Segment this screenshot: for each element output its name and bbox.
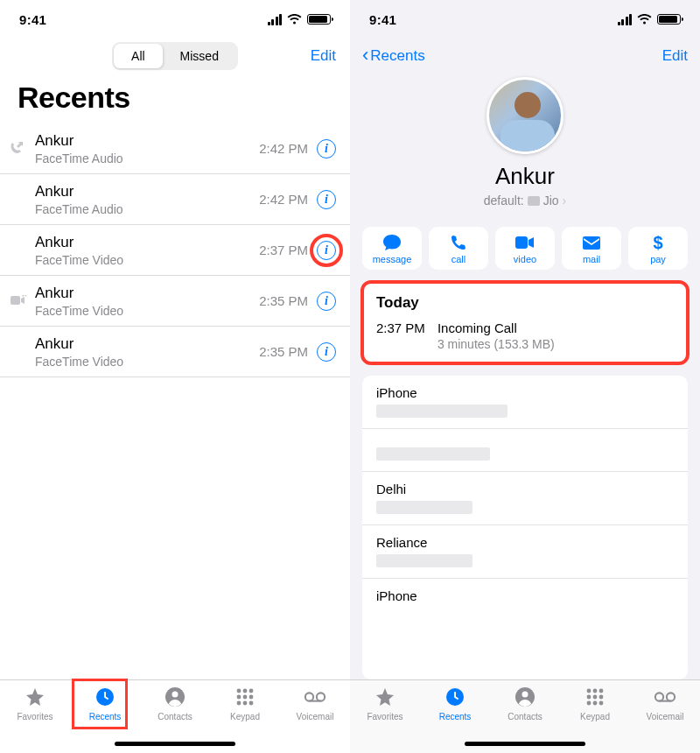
svg-point-29 xyxy=(599,701,604,706)
call-row[interactable]: Ankur FaceTime Video 2:35 PM i xyxy=(0,276,350,327)
message-button[interactable]: message xyxy=(362,227,422,270)
tab-label: Voicemail xyxy=(297,712,334,721)
status-time: 9:41 xyxy=(369,12,396,27)
voicemail-icon xyxy=(304,686,326,708)
call-time: 2:35 PM xyxy=(259,293,308,308)
recents-filter-segment[interactable]: All Missed xyxy=(112,42,238,70)
outgoing-call-icon xyxy=(10,140,24,158)
svg-point-28 xyxy=(593,701,598,706)
keypad-icon xyxy=(234,686,256,708)
cellular-signal-icon xyxy=(268,14,283,25)
back-button[interactable]: ‹ Recents xyxy=(362,46,425,67)
tab-voicemail[interactable]: Voicemail xyxy=(634,686,696,753)
video-button[interactable]: video xyxy=(495,227,555,270)
contact-field[interactable]: iPhone xyxy=(362,376,688,429)
tab-bar: Favorites Recents Contacts Keypad Voicem… xyxy=(0,679,350,753)
battery-icon xyxy=(657,14,681,25)
page-title: Recents xyxy=(0,74,350,123)
info-button[interactable]: i xyxy=(317,190,336,209)
pay-icon: $ xyxy=(653,234,662,251)
tab-voicemail[interactable]: Voicemail xyxy=(284,686,346,753)
mail-icon xyxy=(583,234,600,251)
contact-field[interactable]: iPhone xyxy=(362,579,688,618)
call-type: Incoming Call xyxy=(438,320,555,335)
call-subtitle: FaceTime Video xyxy=(35,304,259,318)
edit-button[interactable]: Edit xyxy=(662,47,688,65)
contact-avatar[interactable] xyxy=(486,77,564,154)
cellular-signal-icon xyxy=(618,14,633,25)
call-time: 2:42 PM xyxy=(259,141,308,156)
voicemail-icon xyxy=(654,686,676,708)
clock-icon xyxy=(444,686,466,708)
call-history-card: Today 2:37 PM Incoming Call 3 minutes (1… xyxy=(362,282,688,363)
call-time: 2:37 PM xyxy=(259,243,308,257)
call-row[interactable]: Ankur FaceTime Video 2:37 PM i xyxy=(0,225,350,276)
tab-label: Favorites xyxy=(17,712,52,721)
tab-favorites[interactable]: Favorites xyxy=(354,686,416,753)
star-icon xyxy=(24,686,46,708)
edit-button[interactable]: Edit xyxy=(311,47,336,65)
call-name: Ankur xyxy=(35,234,259,251)
default-sim-row[interactable]: default: Jio › xyxy=(484,194,567,208)
svg-point-30 xyxy=(655,693,663,700)
tab-bar: Favorites Recents Contacts Keypad Voicem… xyxy=(350,679,700,753)
call-time: 2:42 PM xyxy=(259,192,308,207)
action-buttons-row: message call video mail $ pay xyxy=(350,218,700,282)
info-button[interactable]: i xyxy=(317,342,336,362)
home-indicator[interactable] xyxy=(465,742,585,746)
info-button[interactable]: i xyxy=(317,139,336,158)
segment-all[interactable]: All xyxy=(114,44,163,68)
call-row[interactable]: Ankur FaceTime Video 2:35 PM i xyxy=(0,327,350,377)
back-label: Recents xyxy=(370,47,424,65)
tab-label: Voicemail xyxy=(647,712,684,721)
contact-name: Ankur xyxy=(495,163,555,190)
contact-field[interactable]: Reliance xyxy=(362,525,688,579)
phone-icon xyxy=(451,234,466,251)
screen-contact-card: 9:41 ‹ Recents Edit Ankur default: J xyxy=(350,0,700,753)
svg-point-14 xyxy=(317,693,325,700)
wifi-icon xyxy=(637,14,652,25)
contact-field[interactable]: Delhi xyxy=(362,472,688,525)
pay-button[interactable]: $ pay xyxy=(628,227,688,270)
person-icon xyxy=(164,686,186,708)
call-subtitle: FaceTime Video xyxy=(35,355,259,369)
info-button[interactable]: i xyxy=(317,292,336,311)
status-time: 9:41 xyxy=(19,12,46,27)
redacted-value xyxy=(376,554,472,567)
redacted-value xyxy=(376,501,472,514)
redacted-value xyxy=(376,447,490,461)
svg-point-10 xyxy=(237,701,242,706)
call-row[interactable]: Ankur FaceTime Audio 2:42 PM i xyxy=(0,123,350,174)
svg-point-22 xyxy=(593,689,598,693)
chevron-left-icon: ‹ xyxy=(362,44,368,67)
info-button[interactable]: i xyxy=(317,241,336,260)
call-time: 2:37 PM xyxy=(376,320,425,351)
svg-point-20 xyxy=(522,692,528,698)
svg-point-4 xyxy=(237,689,242,693)
svg-point-26 xyxy=(599,695,604,700)
keypad-icon xyxy=(584,686,606,708)
star-icon xyxy=(374,686,396,708)
wifi-icon xyxy=(287,14,302,25)
outgoing-video-icon xyxy=(10,293,26,309)
call-row[interactable]: Ankur FaceTime Audio 2:42 PM i xyxy=(0,174,350,225)
tab-favorites[interactable]: Favorites xyxy=(4,686,66,753)
svg-point-3 xyxy=(172,692,178,698)
mail-button[interactable]: mail xyxy=(562,227,621,270)
svg-point-31 xyxy=(667,693,675,700)
segment-missed[interactable]: Missed xyxy=(163,44,236,68)
svg-point-25 xyxy=(593,695,598,700)
svg-point-23 xyxy=(599,689,604,693)
svg-rect-16 xyxy=(515,236,528,249)
contact-field[interactable] xyxy=(362,429,688,472)
tab-label: Recents xyxy=(439,712,472,721)
call-name: Ankur xyxy=(35,132,259,150)
tab-label: Keypad xyxy=(580,712,610,721)
svg-point-7 xyxy=(237,695,242,700)
sim-icon xyxy=(528,196,540,206)
call-button[interactable]: call xyxy=(429,227,488,270)
screen-recents-list: 9:41 All Missed Edit Recents xyxy=(0,0,350,753)
tab-label: Favorites xyxy=(367,712,402,721)
home-indicator[interactable] xyxy=(115,742,235,746)
clock-icon xyxy=(94,686,116,708)
